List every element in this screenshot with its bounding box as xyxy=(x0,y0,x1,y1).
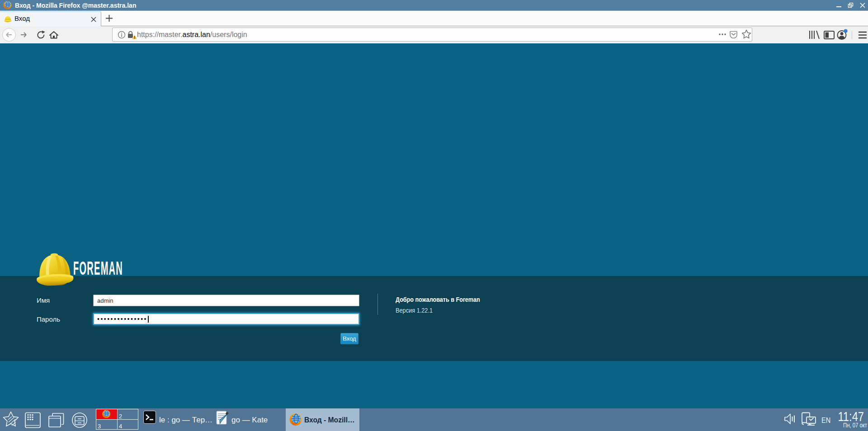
svg-text:FOREMAN: FOREMAN xyxy=(73,258,123,277)
